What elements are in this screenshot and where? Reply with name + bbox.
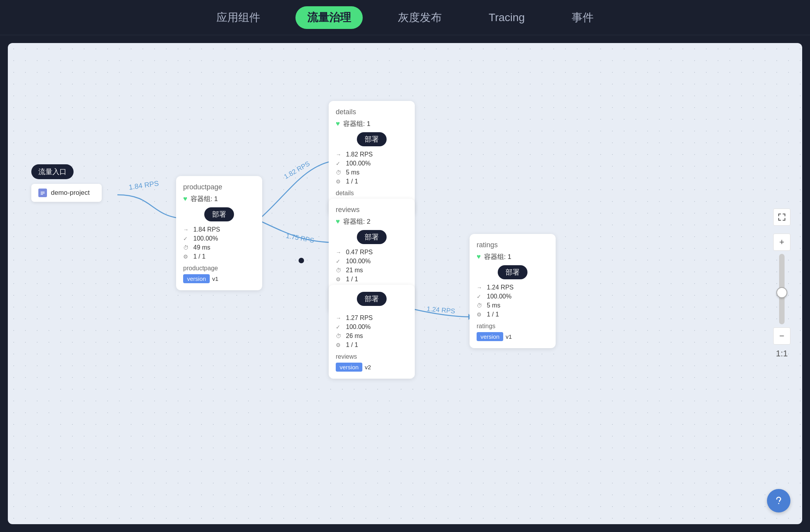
- reviews2-footer-label: reviews: [336, 353, 408, 360]
- reviews2-version-val: v2: [365, 364, 371, 370]
- svg-text:1.24 RPS: 1.24 RPS: [427, 305, 455, 315]
- details-footer-label: details: [336, 190, 408, 197]
- reviews1-latency: 21 ms: [346, 267, 363, 274]
- ratings-latency: 5 ms: [487, 302, 500, 309]
- productpage-footer-label: productpage: [183, 265, 255, 272]
- svg-text:1.82 RPS: 1.82 RPS: [283, 160, 311, 181]
- reviews2-pods-row: ⚙ 1 / 1: [336, 341, 408, 349]
- ratings-success-row: ✓ 100.00%: [477, 293, 549, 300]
- productpage-health-icon: ♥: [183, 195, 187, 203]
- details-health-icon: ♥: [336, 120, 340, 128]
- details-success-row: ✓ 100.00%: [336, 160, 408, 167]
- reviews2-latency: 26 ms: [346, 332, 363, 340]
- reviews2-version-container: version v2: [336, 363, 408, 372]
- nav-item-events[interactable]: 事件: [560, 6, 605, 29]
- entry-badge: 流量入口: [31, 164, 74, 179]
- productpage-rps-row: → 1.84 RPS: [183, 226, 255, 233]
- entry-card[interactable]: demo-project: [31, 184, 102, 202]
- productpage-latency-row: ⏱ 49 ms: [183, 244, 255, 251]
- details-latency: 5 ms: [346, 169, 360, 176]
- ratings-container: 容器组: 1: [484, 252, 511, 261]
- reviews2-deploy-badge: 部署: [357, 292, 387, 306]
- details-node[interactable]: details ♥ 容器组: 1 部署 → 1.82 RPS ✓ 100.00%…: [329, 101, 415, 215]
- ratings-latency-row: ⏱ 5 ms: [477, 302, 549, 309]
- reviews1-success: 100.00%: [346, 258, 371, 265]
- productpage-footer: productpage version v1: [183, 265, 255, 283]
- reviews2-node[interactable]: 部署 → 1.27 RPS ✓ 100.00% ⏱ 26 ms ⚙ 1 / 1: [329, 285, 415, 379]
- svg-point-13: [778, 503, 779, 504]
- zoom-handle[interactable]: [776, 287, 787, 298]
- productpage-deploy-badge: 部署: [204, 207, 234, 221]
- reviews2-version-key: version: [336, 363, 362, 372]
- ratings-version-val: v1: [506, 333, 512, 340]
- ratings-pods: 1 / 1: [487, 311, 499, 318]
- nav-item-traffic[interactable]: 流量治理: [295, 6, 363, 29]
- svg-rect-10: [41, 192, 45, 192]
- help-button[interactable]: [767, 489, 790, 512]
- details-latency-row: ⏱ 5 ms: [336, 169, 408, 176]
- reviews1-health-icon: ♥: [336, 217, 340, 226]
- ratings-footer-label: ratings: [477, 323, 549, 330]
- ratings-node[interactable]: ratings ♥ 容器组: 1 部署 → 1.24 RPS ✓ 100.00%…: [470, 234, 556, 348]
- zoom-expand-button[interactable]: [773, 208, 790, 226]
- reviews2-footer: reviews version v2: [336, 353, 408, 372]
- reviews1-pods-row: ⚙ 1 / 1: [336, 276, 408, 283]
- ratings-success: 100.00%: [487, 293, 511, 300]
- topology-canvas: 1.84 RPS 1.82 RPS 1.75 RPS 1.24 RPS 流量入口: [8, 43, 802, 524]
- productpage-title: productpage: [183, 183, 255, 191]
- productpage-container: 容器组: 1: [191, 194, 218, 203]
- productpage-header: ♥ 容器组: 1: [183, 194, 255, 203]
- ratings-stats: → 1.24 RPS ✓ 100.00% ⏱ 5 ms ⚙ 1 / 1: [477, 284, 549, 318]
- zoom-ratio-display: 1:1: [776, 349, 788, 359]
- productpage-node[interactable]: productpage ♥ 容器组: 1 部署 → 1.84 RPS ✓ 100…: [176, 176, 262, 290]
- details-pods: 1 / 1: [346, 178, 358, 185]
- entry-icon: [38, 189, 47, 197]
- details-container: 容器组: 1: [343, 119, 371, 128]
- details-title: details: [336, 108, 408, 116]
- productpage-version-key: version: [183, 274, 210, 283]
- productpage-stats: → 1.84 RPS ✓ 100.00% ⏱ 49 ms ⚙ 1 / 1: [183, 226, 255, 260]
- productpage-pods: 1 / 1: [193, 253, 205, 260]
- ratings-health-icon: ♥: [477, 253, 481, 261]
- reviews1-container: 容器组: 2: [343, 217, 371, 226]
- reviews2-rps-row: → 1.27 RPS: [336, 315, 408, 322]
- details-deploy-badge: 部署: [357, 132, 387, 146]
- ratings-title: ratings: [477, 241, 549, 249]
- reviews2-stats: → 1.27 RPS ✓ 100.00% ⏱ 26 ms ⚙ 1 / 1: [336, 315, 408, 349]
- productpage-rps: 1.84 RPS: [193, 226, 220, 233]
- zoom-slider[interactable]: [779, 254, 785, 324]
- productpage-version-container: version v1: [183, 274, 255, 283]
- ratings-rps: 1.24 RPS: [487, 284, 513, 291]
- zoom-controls: + − 1:1: [773, 208, 790, 359]
- details-stats: → 1.82 RPS ✓ 100.00% ⏱ 5 ms ⚙ 1 / 1: [336, 151, 408, 185]
- zoom-in-button[interactable]: +: [773, 234, 790, 251]
- svg-point-4: [299, 258, 304, 263]
- reviews1-rps-row: → 0.47 RPS: [336, 249, 408, 256]
- svg-rect-11: [41, 193, 45, 194]
- ratings-version-container: version v1: [477, 332, 549, 341]
- details-pods-row: ⚙ 1 / 1: [336, 178, 408, 185]
- reviews1-title: reviews: [336, 206, 408, 214]
- reviews1-deploy-badge: 部署: [357, 230, 387, 244]
- nav-item-tracing[interactable]: Tracing: [477, 7, 536, 28]
- entry-project: demo-project: [51, 189, 90, 197]
- reviews1-header: ♥ 容器组: 2: [336, 217, 408, 226]
- productpage-success: 100.00%: [193, 235, 218, 242]
- main-content: 1.84 RPS 1.82 RPS 1.75 RPS 1.24 RPS 流量入口: [8, 43, 802, 524]
- nav-item-apps[interactable]: 应用组件: [205, 6, 272, 29]
- svg-text:1.75 RPS: 1.75 RPS: [285, 232, 315, 244]
- reviews2-success: 100.00%: [346, 324, 371, 331]
- ratings-footer: ratings version v1: [477, 323, 549, 341]
- details-rps: 1.82 RPS: [346, 151, 373, 158]
- ratings-pods-row: ⚙ 1 / 1: [477, 311, 549, 318]
- reviews1-latency-row: ⏱ 21 ms: [336, 267, 408, 274]
- reviews1-rps: 0.47 RPS: [346, 249, 373, 256]
- reviews1-stats: → 0.47 RPS ✓ 100.00% ⏱ 21 ms ⚙ 1 / 1: [336, 249, 408, 283]
- productpage-latency: 49 ms: [193, 244, 211, 251]
- nav-item-canary[interactable]: 灰度发布: [386, 6, 454, 29]
- reviews2-pods: 1 / 1: [346, 341, 358, 349]
- zoom-out-button[interactable]: −: [773, 327, 790, 345]
- productpage-pods-row: ⚙ 1 / 1: [183, 253, 255, 260]
- productpage-success-row: ✓ 100.00%: [183, 235, 255, 242]
- reviews1-success-row: ✓ 100.00%: [336, 258, 408, 265]
